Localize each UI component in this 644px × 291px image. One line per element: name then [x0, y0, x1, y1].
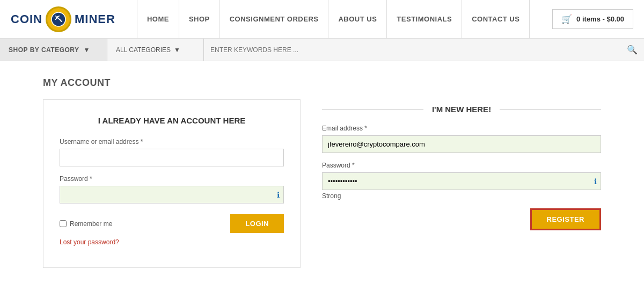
email-input[interactable]: [322, 135, 601, 153]
page-title: MY ACCOUNT: [43, 77, 601, 89]
cart-icon: 🛒: [561, 14, 572, 24]
existing-account-title: I ALREADY HAVE AN ACCOUNT HERE: [60, 116, 284, 125]
nav-home[interactable]: HOME: [137, 0, 179, 39]
new-password-info-icon: ℹ: [594, 177, 597, 186]
password-label: Password *: [60, 175, 284, 183]
new-password-input[interactable]: [322, 172, 601, 190]
remember-row: Remember me LOGIN: [60, 214, 284, 233]
existing-account-panel: I ALREADY HAVE AN ACCOUNT HERE Username …: [43, 99, 301, 268]
new-account-panel: I'M NEW HERE! Email address * Password *…: [322, 99, 601, 236]
email-group: Email address *: [322, 125, 601, 153]
logo-text-left: COIN: [11, 12, 42, 26]
new-password-input-wrapper: ℹ: [322, 172, 601, 190]
new-password-label: Password *: [322, 162, 601, 169]
username-group: Username or email address *: [60, 138, 284, 166]
logo-icon: ⛏: [46, 6, 71, 32]
password-group: Password * ℹ: [60, 175, 284, 203]
dropdown-arrow-icon: ▼: [174, 46, 180, 54]
search-area: 🔍: [204, 39, 644, 61]
category-bar: SHOP BY CATEGORY ▼ ALL CATEGORIES ▼ 🔍: [0, 39, 644, 61]
nav-consignment[interactable]: CONSIGNMENT ORDERS: [220, 0, 329, 39]
all-categories-dropdown[interactable]: ALL CATEGORIES ▼: [107, 39, 204, 61]
main-nav: HOME SHOP CONSIGNMENT ORDERS ABOUT US TE…: [137, 0, 552, 39]
logo-text-right: MINER: [75, 12, 115, 26]
nav-about[interactable]: ABOUT US: [328, 0, 387, 39]
nav-shop[interactable]: SHOP: [179, 0, 220, 39]
password-input[interactable]: [60, 186, 284, 203]
nav-contact[interactable]: CONTACT US: [462, 0, 530, 39]
divider-right: [500, 109, 601, 110]
shop-by-category[interactable]: SHOP BY CATEGORY ▼: [0, 39, 107, 61]
accounts-grid: I ALREADY HAVE AN ACCOUNT HERE Username …: [43, 99, 601, 268]
cart-button[interactable]: 🛒 0 items - $0.00: [552, 9, 633, 29]
logo[interactable]: COIN ⛏ MINER: [11, 6, 115, 32]
header: COIN ⛏ MINER HOME SHOP CONSIGNMENT ORDER…: [0, 0, 644, 39]
remember-me-checkbox[interactable]: [60, 220, 67, 227]
email-label: Email address *: [322, 125, 601, 132]
new-password-group: Password * ℹ Strong: [322, 162, 601, 200]
password-input-wrapper: ℹ: [60, 186, 284, 203]
password-strength: Strong: [322, 192, 601, 200]
search-input[interactable]: [210, 46, 627, 54]
password-info-icon: ℹ: [277, 191, 280, 199]
username-label: Username or email address *: [60, 138, 284, 146]
new-here-header: I'M NEW HERE!: [322, 105, 601, 114]
remember-me-label: Remember me: [60, 220, 112, 228]
username-input[interactable]: [60, 149, 284, 166]
divider-left: [322, 109, 423, 110]
new-here-title: I'M NEW HERE!: [432, 105, 491, 114]
svg-text:⛏: ⛏: [55, 15, 63, 24]
lost-password-link[interactable]: Lost your password?: [60, 238, 119, 246]
register-button[interactable]: REGISTER: [530, 208, 601, 230]
search-button[interactable]: 🔍: [627, 45, 638, 55]
main-content: MY ACCOUNT I ALREADY HAVE AN ACCOUNT HER…: [0, 61, 644, 284]
login-button[interactable]: LOGIN: [230, 214, 284, 233]
chevron-down-icon: ▼: [84, 46, 90, 54]
search-icon: 🔍: [627, 45, 638, 54]
nav-testimonials[interactable]: TESTIMONIALS: [387, 0, 462, 39]
